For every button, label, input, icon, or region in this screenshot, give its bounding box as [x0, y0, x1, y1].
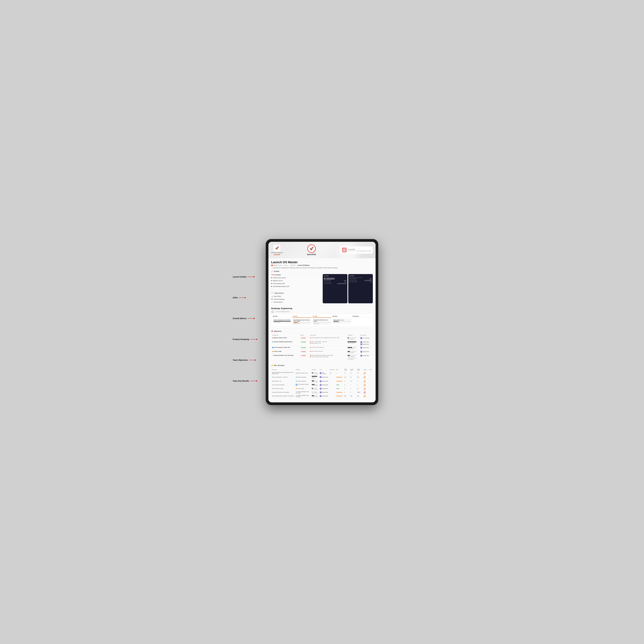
startup-notion-title: STARTUP NOTION [271, 252, 283, 253]
kr-avatar-5: AB [320, 388, 322, 390]
kr-obj-4: 👥 Get Customers to Beta Test [295, 383, 311, 387]
guide-growth-metrics[interactable]: 📈 Growth Metrics [271, 301, 321, 303]
metric-q2-churn-row: User Churn Rate: 0% [324, 281, 346, 283]
status-badge-2: On track [300, 341, 307, 343]
progress-text-obj-5b: 0% Complete [348, 359, 359, 360]
kr-col-progress: Progress [311, 368, 319, 371]
breadcrumb: 🔴 StartOS v.2.01 › Acce... › StartOS › L… [271, 265, 373, 266]
roadmap-board-label[interactable]: Product Roadmap Board [275, 310, 290, 313]
retention-label: Users Retention: [324, 280, 331, 281]
guide-left: 📌 Launchpad Product Hunt Launch Website … [271, 274, 321, 303]
metric-q3-growth: 77% [370, 281, 372, 283]
guide-press-label: Press Release SOP [273, 283, 285, 284]
growth-label-q3: User Growth Rate: [349, 281, 357, 283]
kr-col-current: Current Value [350, 368, 356, 371]
kr-avatar-3: AB [320, 380, 322, 382]
roadmap-title: Roadmap: Engineering [271, 307, 373, 309]
kr-dot-2a [310, 341, 311, 342]
timeline-header-q4: Q4 2023 [293, 316, 311, 318]
startos-tagline: INTEGRATED STARTUP OPERATING SYSTEM [348, 251, 371, 252]
status-badge-4: AT RISK [300, 351, 306, 352]
users-label-q3: Users at start of Quarter: 2443 [349, 277, 362, 278]
obj-col-status: Status [299, 334, 309, 336]
objectives-label: Objectives [274, 330, 282, 332]
table-row: ⚙️ Improve hardware performance On track… [271, 340, 373, 346]
kr-tf-6 [329, 390, 335, 394]
label-objectives-text: Team Objectives [233, 359, 248, 361]
kr-col-quarter: Quarter [363, 368, 369, 371]
guide-social[interactable]: Social Media Release SOP [271, 285, 321, 288]
guide-press[interactable]: Press Release SOP [271, 282, 321, 285]
table-row: Mass Manufacturing to Reduce Cost to $50… [271, 394, 373, 398]
metric-card-q2: Q2 2023 Users at start of Quarter: 88.13… [323, 274, 347, 303]
timeline-card-4: Sensor delay < 1ms 30% Complete [333, 319, 351, 324]
key-results-section: 🔑 KRs: All teams Key results Objective P… [271, 365, 373, 398]
table-row: Sensor delay < 1ms ⚙️ Improve hardware [271, 379, 373, 383]
kr-obj-2: ⚙️ Improve hardware [295, 375, 311, 379]
kr-progress-7: 25% Complete [311, 394, 319, 398]
guide-dot [271, 277, 272, 278]
kr-col-name: Key results [271, 368, 295, 371]
kr-tf-2 [329, 375, 335, 379]
metric-q3-retention: 95% [370, 278, 372, 280]
table-row: 🏠 Build a culture of love AT RISK Intern… [271, 336, 373, 340]
bc-startos2[interactable]: StartOS [291, 265, 295, 266]
status-badge-5: AT RISK [300, 355, 306, 356]
bc-access[interactable]: Acce... [284, 265, 288, 266]
label-growth: Growth Metrics [233, 317, 257, 320]
kr-obj-6: 🔧 Reduce Hardware Cost and Scale [295, 390, 311, 394]
metric-q2-period: Q2 2023 [324, 275, 346, 277]
labels-panel: Launch Guides SOPs Growth Metrics Produc… [233, 239, 257, 405]
label-roadmap: Product Roadmap [233, 338, 257, 340]
guide-website[interactable]: Website Launch [271, 280, 321, 282]
progress-fill-1 [274, 321, 291, 322]
guide-dot4 [271, 286, 272, 287]
kr-team-1: — [335, 371, 344, 375]
kr-team-6: Engineering [335, 390, 344, 394]
label-arrow-objectives [249, 360, 256, 361]
kr-target-1: 35 [356, 371, 363, 375]
kr-item-1: Internal employee survey satisfaction fo… [310, 337, 346, 338]
kr-notes-4 [369, 383, 373, 387]
table-row: 💰 Close a Sale! AT RISK Secure Sale of 2… [271, 350, 373, 354]
guide-team-okrs[interactable]: 📊 Team OKRs [271, 295, 321, 298]
guide-product-hunt[interactable]: Product Hunt Launch [271, 277, 321, 279]
kr-initial-1: 75 [344, 371, 350, 375]
progress-dots-5b [348, 358, 359, 359]
kr-team-3: Engineering [335, 379, 344, 383]
kr-current-2: 98 [350, 375, 356, 379]
kr-team-7: Engineering [335, 394, 344, 398]
obj-col-kr: Key results [309, 334, 347, 336]
progress-dots-5a [348, 355, 359, 356]
kr-tf-5 [329, 387, 335, 390]
kr-item-4: Secure Sale of 20 Units [310, 351, 346, 352]
progress-text-obj-5a: 25% Complete [348, 356, 359, 357]
obj-kr-4: Secure Sale of 20 Units [309, 350, 347, 354]
launch-guides-section: 📈 Growth 📌 Launchpad Product Hunt Launch [271, 270, 373, 303]
obj-leads-3: AB Ajinkya Bhat [360, 346, 373, 350]
progress-text-4: 30% Complete [333, 322, 351, 323]
obj-status-4: AT RISK [299, 350, 309, 354]
label-objectives: Team Objectives [233, 359, 257, 361]
tc-title-1: Power Consumption < 100 mAH [274, 319, 291, 321]
kr-lead-7: AB Ajinkya Bhat [319, 394, 329, 398]
timeline-header-q3: Q3 2023 [273, 316, 292, 318]
metric-card-q3: Q3 2023 Users at start of Quarter: 2443 … [348, 274, 373, 303]
obj-leads-4: AB Ajinkya Bhat [360, 350, 373, 354]
kr-target-4: 2 [356, 383, 363, 387]
label-growth-text: Growth Metrics [233, 317, 247, 320]
metric-q3-period: Q3 2023 [349, 275, 372, 277]
table-row: Internal employee survey satisfaction fo… [271, 371, 373, 375]
kr-quarter-6: Q1 2024 [363, 390, 369, 394]
obj-status-1: AT RISK [299, 336, 309, 340]
bc-startos[interactable]: 🔴 StartOS v.2.01 [271, 265, 282, 266]
roadmap-icon: 🗺 [271, 299, 273, 300]
kr-lead-6: AB Ajinkya Bhat [319, 390, 329, 394]
obj-status-5: AT RISK [299, 354, 309, 360]
kr-current-7: 799 [350, 394, 356, 398]
guide-product-roadmap[interactable]: 🗺 Product Roadmap [271, 298, 321, 300]
kr-avatar-7: AB [320, 395, 322, 397]
progress-bar-3 [313, 322, 331, 323]
metric-q2-growth-row: User Growth Rate: 44.91812082225% [324, 283, 346, 284]
obj-progress-5: 25% Complete [347, 354, 360, 360]
